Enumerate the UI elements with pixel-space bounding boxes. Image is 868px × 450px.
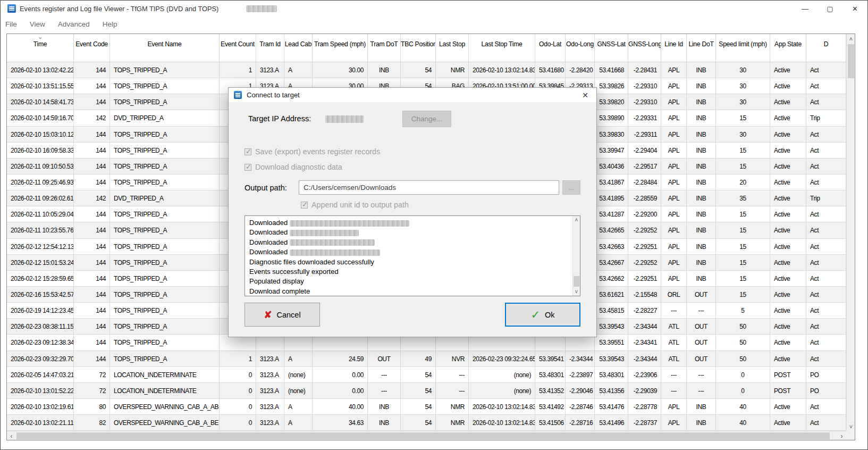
- cell-odo-long: -2.28746: [566, 399, 595, 414]
- cell-speed-limit: 40: [716, 415, 770, 430]
- col-header-gnss-long[interactable]: GNSS-Long: [628, 34, 661, 62]
- cell-event-code: 144: [74, 78, 110, 94]
- table-row[interactable]: 2026-02-23 09:32:29.704144TOPS_TRIPPED_A…: [7, 351, 846, 367]
- maximize-icon: ▢: [827, 5, 833, 13]
- vertical-scroll-thumb[interactable]: [848, 44, 854, 78]
- scroll-left-icon[interactable]: ‹: [7, 431, 16, 440]
- scroll-up-icon[interactable]: ˄: [847, 34, 855, 43]
- col-header-time[interactable]: Time⌄: [7, 34, 74, 62]
- col-header-tram-dot[interactable]: Tram DoT: [368, 34, 401, 62]
- cell-event-code: 144: [74, 127, 110, 142]
- menu-view[interactable]: View: [30, 18, 50, 30]
- cell-tram-speed: 40.00: [313, 399, 368, 414]
- close-button[interactable]: ✕: [842, 1, 867, 16]
- minimize-button[interactable]: —: [793, 1, 818, 16]
- cell-last-stop-time: 2026-02-10 13:02:14.838: [469, 62, 535, 78]
- cell-d: Act: [806, 239, 846, 254]
- cell-app-state: Active: [770, 415, 806, 430]
- col-header-odo-lat[interactable]: Odo-Lat: [535, 34, 566, 62]
- dialog-close-button[interactable]: ✕: [577, 89, 593, 101]
- menu-file[interactable]: File: [5, 18, 22, 30]
- cell-tram-id: 3123.A: [256, 62, 284, 78]
- col-header-event-code[interactable]: Event Code: [74, 34, 110, 62]
- cell-time: 2026-02-16 15:53:42.576: [7, 287, 74, 302]
- cell-d: Act: [806, 127, 846, 142]
- table-row[interactable]: 2026-02-10 13:02:42.222144TOPS_TRIPPED_A…: [7, 62, 846, 78]
- cell-last-stop-time: (none): [469, 383, 535, 398]
- table-row[interactable]: 2026-02-10 13:02:19.61580OVERSPEED_WARNI…: [7, 399, 846, 415]
- cell-gnss-long: -2.28778: [628, 399, 661, 414]
- cell-app-state: Active: [770, 399, 806, 414]
- col-header-d[interactable]: D: [806, 34, 846, 62]
- cell-event-name: TOPS_TRIPPED_A: [110, 127, 220, 142]
- scroll-right-icon[interactable]: ›: [837, 431, 846, 440]
- table-row[interactable]: 2026-02-10 13:02:21.11382OVERSPEED_WARNI…: [7, 415, 846, 431]
- menu-help[interactable]: Help: [103, 18, 123, 30]
- col-header-event-name[interactable]: Event Name: [110, 34, 220, 62]
- cell-odo-long: -2.34344: [566, 351, 595, 366]
- ok-button[interactable]: ✓ Ok: [505, 303, 580, 327]
- cell-last-stop: ---: [436, 367, 469, 382]
- log-scroll-thumb[interactable]: [574, 276, 579, 287]
- col-header-tram-speed[interactable]: Tram Speed (mph): [313, 34, 368, 62]
- cell-time: 2026-02-10 13:02:19.615: [7, 399, 74, 414]
- cell-odo-lat: 53.41506: [535, 415, 566, 430]
- log-line: Events successfully exported: [249, 267, 572, 277]
- cell-line-dot: INB: [687, 143, 716, 158]
- col-header-last-stop-time[interactable]: Last Stop Time: [469, 34, 535, 62]
- menu-advanced[interactable]: Advanced: [58, 18, 95, 30]
- col-header-tram-id[interactable]: Tram Id: [256, 34, 284, 62]
- log-scrollbar[interactable]: ˄ ˅: [572, 216, 580, 296]
- horizontal-scrollbar[interactable]: ‹ ›: [7, 431, 846, 440]
- col-header-lead-cab[interactable]: Lead Cab: [284, 34, 313, 62]
- cell-app-state: Active: [770, 62, 806, 78]
- cell-gnss-long: -2.34341: [628, 335, 661, 350]
- cell-app-state: Active: [770, 239, 806, 254]
- cell-tram-speed: 34.63: [313, 415, 368, 430]
- cell-speed-limit: 50: [716, 319, 770, 334]
- table-row[interactable]: 2026-02-10 13:01:52.22272LOCATION_INDETE…: [7, 383, 846, 399]
- col-header-line-id[interactable]: Line Id: [661, 34, 687, 62]
- maximize-button[interactable]: ▢: [818, 1, 842, 16]
- cell-gnss-lat: 53.39830: [595, 127, 628, 142]
- log-scroll-down-icon[interactable]: ˅: [573, 288, 580, 296]
- cell-event-count: 0: [220, 383, 256, 398]
- cell-line-id: APL: [661, 78, 687, 94]
- cell-d: Act: [806, 287, 846, 302]
- log-line-prefix: Downloaded: [249, 238, 290, 246]
- col-header-odo-long[interactable]: Odo-Long: [566, 34, 595, 62]
- col-header-line-dot[interactable]: Line DoT: [687, 34, 716, 62]
- cell-event-count: 0: [220, 415, 256, 430]
- cell-line-dot: INB: [687, 222, 716, 238]
- cell-lead-cab: (none): [284, 367, 313, 382]
- cell-app-state: Active: [770, 319, 806, 334]
- table-row[interactable]: 2026-02-05 14:47:03.21672LOCATION_INDETE…: [7, 367, 846, 383]
- col-header-event-count[interactable]: Event Count: [220, 34, 256, 62]
- cell-tbc-position: 54: [401, 415, 436, 430]
- cell-line-dot: OUT: [687, 335, 716, 350]
- horizontal-scroll-thumb[interactable]: [16, 432, 830, 439]
- cell-event-name: LOCATION_INDETERMINATE: [110, 383, 220, 398]
- status-log-box[interactable]: Downloaded Downloaded Downloaded Downloa…: [245, 215, 580, 296]
- cell-line-id: ORL: [661, 287, 687, 302]
- vertical-scrollbar[interactable]: ˄ ˅: [846, 34, 855, 431]
- cell-event-name: TOPS_TRIPPED_A: [110, 206, 220, 222]
- col-header-speed-limit[interactable]: Speed limit (mph): [716, 34, 770, 62]
- cancel-button[interactable]: ✘ Cancel: [245, 303, 320, 327]
- col-header-app-state[interactable]: App State: [770, 34, 806, 62]
- cell-tram-dot: ---: [368, 383, 401, 398]
- save-export-checkbox: [245, 148, 251, 155]
- col-header-label-gnss-lat: GNSS-Lat: [597, 40, 625, 48]
- output-path-input[interactable]: [299, 180, 559, 195]
- cell-last-stop: ---: [436, 383, 469, 398]
- cell-app-state: Active: [770, 206, 806, 222]
- log-scroll-up-icon[interactable]: ˄: [573, 216, 580, 224]
- cell-lead-cab: A: [284, 399, 313, 414]
- col-header-last-stop[interactable]: Last Stop: [436, 34, 469, 62]
- col-header-tbc-position[interactable]: TBC Position: [401, 34, 436, 62]
- col-header-gnss-lat[interactable]: GNSS-Lat: [595, 34, 628, 62]
- scroll-down-icon[interactable]: ˅: [847, 422, 855, 431]
- cell-gnss-lat: 53.39543: [595, 319, 628, 334]
- cell-line-dot: ---: [687, 303, 716, 318]
- cell-line-dot: INB: [687, 174, 716, 190]
